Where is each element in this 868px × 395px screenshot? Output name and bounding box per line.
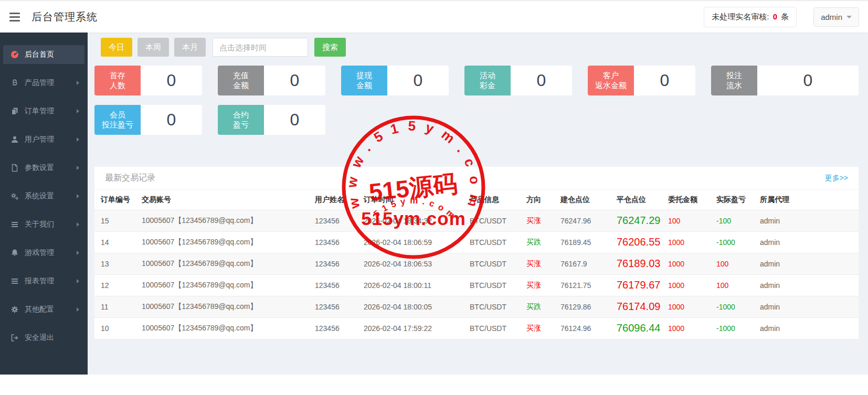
table-row: 15 10005607【123456789@qq.com】 123456 202… bbox=[94, 210, 859, 231]
sidebar-item-label: 产品管理 bbox=[25, 78, 54, 88]
main-content: 今日 本周 本月 搜索 首存 人数 0 充值 金额 0 提现 金额 0 活动 彩… bbox=[88, 33, 868, 375]
filter-today-button[interactable]: 今日 bbox=[101, 38, 132, 57]
stat-label: 活动 彩金 bbox=[464, 66, 511, 95]
sidebar-item-users[interactable]: 用户管理 bbox=[3, 130, 84, 149]
date-range-input[interactable] bbox=[213, 38, 308, 57]
stat-value: 0 bbox=[757, 66, 859, 95]
chevron-right-icon bbox=[77, 307, 79, 312]
cell-order-id: 11 bbox=[94, 296, 142, 317]
stat-label: 充值 金额 bbox=[218, 66, 264, 95]
cell-profit: -1000 bbox=[716, 231, 760, 253]
cell-profit: -1000 bbox=[716, 317, 760, 339]
chevron-right-icon bbox=[77, 194, 79, 198]
cell-amount: 1000 bbox=[668, 274, 716, 296]
sidebar-item-label: 关于我们 bbox=[25, 220, 54, 229]
sidebar-item-products[interactable]: 产品管理 bbox=[3, 73, 84, 92]
cell-profit: 100 bbox=[716, 274, 760, 296]
cell-order-time: 2026-02-04 18:06:59 bbox=[364, 231, 470, 253]
latest-trades-panel: 最新交易记录 更多>> 订单编号 交易账号 用户姓名 订单时间 产品信息 bbox=[94, 167, 859, 339]
pending-review-count: 0 bbox=[773, 12, 777, 21]
col-amount: 委托金额 bbox=[668, 190, 716, 210]
stat-label: 客户 返水金额 bbox=[588, 66, 634, 95]
sidebar-item-label: 参数设置 bbox=[25, 163, 54, 173]
filter-week-button[interactable]: 本周 bbox=[137, 38, 169, 57]
list-icon bbox=[10, 220, 19, 229]
pending-review-badge[interactable]: 未处理实名审核: 0 条 bbox=[704, 7, 797, 27]
sidebar-item-orders[interactable]: 订单管理 bbox=[3, 102, 84, 121]
cell-direction: 买涨 bbox=[526, 274, 560, 296]
cell-username: 123456 bbox=[315, 296, 364, 317]
stat-card-withdrawal-amount: 提现 金额 0 bbox=[341, 66, 449, 95]
cell-account: 10005607【123456789@qq.com】 bbox=[142, 210, 315, 231]
col-username: 用户姓名 bbox=[315, 190, 364, 210]
cell-product: BTC/USDT bbox=[470, 231, 526, 253]
sidebar-item-system-settings[interactable]: 系统设置 bbox=[3, 187, 84, 206]
cell-amount: 100 bbox=[668, 210, 716, 231]
filter-month-button[interactable]: 本月 bbox=[174, 38, 206, 57]
copy-icon bbox=[10, 107, 19, 115]
cell-amount: 1000 bbox=[668, 231, 716, 253]
cell-profit: -1000 bbox=[716, 296, 760, 317]
stats-row-1: 首存 人数 0 充值 金额 0 提现 金额 0 活动 彩金 0 客户 返水金额 … bbox=[94, 66, 859, 95]
cell-username: 123456 bbox=[315, 274, 364, 296]
cell-account: 10005607【123456789@qq.com】 bbox=[142, 274, 315, 296]
sidebar-item-parameters[interactable]: 参数设置 bbox=[3, 158, 84, 177]
sidebar-item-logout[interactable]: 安全退出 bbox=[3, 328, 84, 347]
col-order-id: 订单编号 bbox=[94, 190, 142, 210]
sidebar-item-label: 用户管理 bbox=[25, 135, 54, 144]
cell-product: BTC/USDT bbox=[470, 296, 526, 317]
more-link[interactable]: 更多>> bbox=[825, 174, 848, 183]
cell-order-id: 13 bbox=[94, 253, 142, 274]
sidebar-item-reports[interactable]: 报表管理 bbox=[3, 272, 84, 291]
pending-review-label: 未处理实名审核: bbox=[712, 12, 769, 21]
cell-account: 10005607【123456789@qq.com】 bbox=[142, 296, 315, 317]
bitcoin-icon bbox=[10, 79, 19, 87]
stat-value: 0 bbox=[634, 66, 695, 95]
sidebar-item-about[interactable]: 关于我们 bbox=[3, 215, 84, 234]
stats-row-2: 会员 投注盈亏 0 合约 盈亏 0 bbox=[94, 105, 859, 135]
sidebar-item-games[interactable]: 游戏管理 bbox=[3, 243, 84, 262]
stat-label: 合约 盈亏 bbox=[218, 105, 264, 135]
cell-open-price: 76189.45 bbox=[560, 231, 617, 253]
col-order-time: 订单时间 bbox=[364, 190, 470, 210]
sign-out-icon bbox=[10, 334, 19, 342]
chevron-right-icon bbox=[77, 137, 79, 142]
sidebar-item-label: 系统设置 bbox=[25, 191, 54, 201]
cell-agent: admin bbox=[760, 253, 859, 274]
sidebar-item-label: 其他配置 bbox=[25, 305, 54, 314]
top-header-bar: 后台管理系统 未处理实名审核: 0 条 admin bbox=[0, 0, 868, 33]
chevron-down-icon bbox=[846, 16, 852, 18]
cell-account: 10005607【123456789@qq.com】 bbox=[142, 317, 315, 339]
trades-table: 订单编号 交易账号 用户姓名 订单时间 产品信息 方向 建仓点位 平仓点位 委托… bbox=[94, 190, 859, 339]
col-agent: 所属代理 bbox=[760, 190, 859, 210]
cell-agent: admin bbox=[760, 274, 859, 296]
hamburger-menu-icon[interactable] bbox=[7, 10, 22, 24]
sidebar: 后台首页 产品管理 订单管理 用户管理 bbox=[0, 33, 88, 375]
table-header-row: 订单编号 交易账号 用户姓名 订单时间 产品信息 方向 建仓点位 平仓点位 委托… bbox=[94, 190, 859, 210]
app-title: 后台管理系统 bbox=[31, 10, 98, 24]
stat-value: 0 bbox=[387, 66, 449, 95]
gear-icon bbox=[10, 305, 19, 314]
cell-open-price: 76124.96 bbox=[560, 317, 617, 339]
bell-icon bbox=[10, 249, 19, 257]
user-menu-label: admin bbox=[821, 13, 842, 22]
stat-card-activity-bonus: 活动 彩金 0 bbox=[464, 66, 572, 95]
cell-amount: 1000 bbox=[668, 296, 716, 317]
cell-product: BTC/USDT bbox=[470, 317, 526, 339]
cell-order-id: 14 bbox=[94, 231, 142, 253]
cell-order-time: 2026-02-04 18:34:32 bbox=[364, 210, 470, 231]
cell-agent: admin bbox=[760, 210, 859, 231]
chevron-right-icon bbox=[77, 251, 79, 255]
cell-order-time: 2026-02-04 18:00:05 bbox=[364, 296, 470, 317]
user-menu-dropdown[interactable]: admin bbox=[813, 7, 859, 27]
sidebar-item-other-config[interactable]: 其他配置 bbox=[3, 300, 84, 319]
chevron-right-icon bbox=[77, 279, 79, 283]
cell-product: BTC/USDT bbox=[470, 274, 526, 296]
sidebar-item-label: 订单管理 bbox=[25, 106, 54, 116]
stat-value: 0 bbox=[264, 66, 325, 95]
sidebar-item-label: 游戏管理 bbox=[25, 248, 54, 258]
cell-order-id: 15 bbox=[94, 210, 142, 231]
cell-direction: 买涨 bbox=[526, 317, 560, 339]
search-button[interactable]: 搜索 bbox=[314, 38, 346, 57]
sidebar-item-home[interactable]: 后台首页 bbox=[3, 45, 84, 64]
